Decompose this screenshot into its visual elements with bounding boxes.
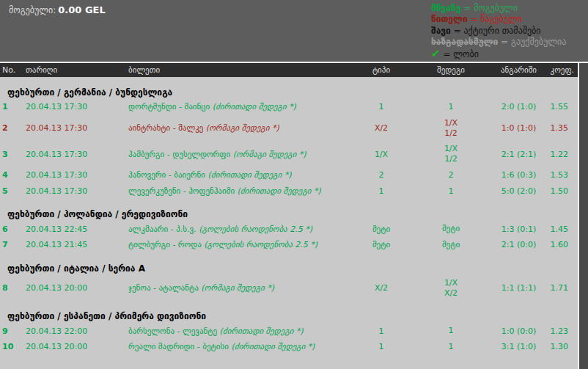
betting-history-page: მოგებული:0.00 GEL მწვანე = მოგებული წითე… [0, 0, 588, 369]
legend-row: შავი = აქტიური თამაშები [431, 26, 566, 37]
legend-row: ✔ = ლობი [431, 48, 566, 60]
cell-ticket: რეალი მადრიდი - ბეტისი (ძირითადი შედეგი … [128, 342, 348, 351]
cell-ticket: ჯენოა - ატალანტა (ორმაგი შედეგი *) [128, 283, 348, 293]
cell-type: მეტი [348, 240, 414, 249]
cell-result: 1/XX/2 [414, 278, 488, 299]
won-amount: 0.00 GEL [58, 4, 105, 15]
cell-no: 2 [0, 123, 26, 133]
cell-score: 2:1 (2:1) [488, 150, 550, 159]
cell-ticket: ჰანოვერი - ბაიერნი (ძირითადი შედეგი *) [128, 170, 348, 180]
table-row: 1 20.04.13 17:30 დორტმუნდი - მაინცი (ძირ… [0, 99, 578, 115]
col-header-ticket: ბილეთი [128, 65, 348, 75]
table-row: 6 20.04.13 22:45 ალკმაარი - პ.ს.ვ. (გოლე… [0, 221, 578, 237]
league-section: ფეხბურთი / ესპანეთი / პრიმერა დივიზიონი … [0, 301, 578, 355]
cell-date: 20.04.13 21:45 [26, 240, 128, 249]
section-title: ფეხბურთი / ესპანეთი / პრიმერა დივიზიონი [0, 301, 578, 323]
legend: მწვანე = მოგებული წითელი = წაგებული შავი… [431, 3, 566, 60]
cell-no: 7 [0, 240, 26, 249]
cell-score: 2:1 (0:0) [488, 240, 550, 249]
legend-row: მწვანე = მოგებული [431, 3, 566, 14]
cell-no: 4 [0, 170, 26, 180]
table-row: 7 20.04.13 21:45 ტილბურგი - როდა (გოლები… [0, 237, 578, 253]
cell-type: მეტი [348, 224, 414, 234]
cell-ticket: ლევერკუზენი - ჰოფენჰაიმი (ძირითადი შედეგ… [128, 186, 348, 196]
cell-date: 20.04.13 17:30 [26, 186, 128, 196]
cell-ticket: ტილბურგი - როდა (გოლების რაოდენობა 2.5 *… [128, 240, 348, 249]
cell-coef: 1.55 [550, 102, 578, 112]
cell-score: 2:0 (1:0) [488, 102, 550, 112]
cell-no: 10 [0, 342, 26, 351]
cell-no: 8 [0, 283, 26, 293]
cell-type: 1 [348, 342, 414, 351]
top-bar: მოგებული:0.00 GEL მწვანე = მოგებული წითე… [0, 0, 588, 62]
league-section: ფეხბურთი / ჰოლანდია / ერედივიზიონი 6 20.… [0, 199, 578, 253]
won-label: მოგებული: [9, 5, 56, 15]
cell-date: 20.04.13 17:30 [26, 123, 128, 133]
cell-no: 1 [0, 102, 26, 112]
cell-result: 1 [414, 102, 488, 112]
cell-type: 2 [348, 170, 414, 180]
section-title: ფეხბურთი / გერმანია / ბუნდესლიგა [0, 77, 578, 99]
league-section: ფეხბურთი / გერმანია / ბუნდესლიგა 1 20.04… [0, 77, 578, 199]
cell-coef: 1.23 [550, 326, 578, 336]
bets-table: No. თარიღი ბილეთი ტიპი შედეგი ანგარიში კ… [0, 63, 579, 369]
cell-type: 1 [348, 186, 414, 196]
cell-score: 1:0 (1:0) [488, 123, 550, 133]
cell-score: 3:1 (1:0) [488, 342, 550, 351]
cell-date: 20.04.13 17:30 [26, 102, 128, 112]
league-section: ფეხბურთი / იტალია / სერია A 8 20.04.13 2… [0, 253, 578, 302]
table-body: ფეხბურთი / გერმანია / ბუნდესლიგა 1 20.04… [0, 77, 578, 369]
cell-no: 3 [0, 150, 26, 159]
cell-no: 9 [0, 326, 26, 336]
cell-date: 20.04.13 17:30 [26, 170, 128, 180]
col-header-coef: კოეფ. [550, 65, 578, 75]
cell-result: 1 [414, 186, 488, 197]
cell-ticket: დორტმუნდი - მაინცი (ძირითადი შედეგი *) [128, 102, 348, 112]
cell-result: 1 [414, 342, 488, 352]
table-row: 10 20.04.13 20:00 რეალი მადრიდი - ბეტისი… [0, 339, 578, 355]
cell-coef: 1.22 [550, 150, 578, 159]
col-header-type: ტიპი [348, 65, 414, 75]
col-header-date: თარიღი [26, 65, 128, 75]
cell-score: 1:3 (0:1) [488, 224, 550, 234]
cell-result: მეტი [414, 240, 488, 250]
cell-result: 1/X1/2 [414, 118, 488, 139]
cell-ticket: ჰამბურგი - დუსელდორფი (ორმაგი შედეგი *) [128, 150, 348, 159]
col-header-result: შედეგი [414, 65, 488, 76]
cell-result: 1/X1/2 [414, 144, 488, 164]
cell-type: 1/X [348, 150, 414, 159]
cell-type: X/2 [348, 123, 414, 133]
cell-coef: 1.71 [550, 283, 578, 293]
table-row: 8 20.04.13 20:00 ჯენოა - ატალანტა (ორმაგ… [0, 275, 578, 302]
cell-result: მეტი [414, 224, 488, 234]
cell-no: 6 [0, 224, 26, 234]
won-summary: მოგებული:0.00 GEL [9, 4, 106, 15]
cell-date: 20.04.13 20:00 [26, 283, 128, 293]
section-title: ფეხბურთი / იტალია / სერია A [0, 253, 578, 275]
legend-row: წითელი = წაგებული [431, 14, 566, 25]
cell-score: 5:0 (2:0) [488, 186, 550, 196]
cell-coef: 1.35 [550, 123, 578, 133]
cell-score: 1:6 (0:3) [488, 170, 550, 180]
cell-type: 1 [348, 102, 414, 112]
cell-result: 1 [414, 326, 488, 336]
cell-score: 1:0 (0:0) [488, 326, 550, 336]
cell-date: 20.04.13 22:00 [26, 326, 128, 336]
content: No. თარიღი ბილეთი ტიპი შედეგი ანგარიში კ… [0, 63, 588, 369]
cell-ticket: აინტრახტი - შალკე (ორმაგი შედეგი *) [128, 123, 348, 133]
table-row: 9 20.04.13 22:00 ბარსელონა - ლევანტე (ძი… [0, 323, 578, 339]
col-header-score: ანგარიში [488, 65, 550, 75]
table-row: 3 20.04.13 17:30 ჰამბურგი - დუსელდორფი (… [0, 141, 578, 167]
cell-type: X/2 [348, 283, 414, 293]
cell-date: 20.04.13 20:00 [26, 342, 128, 351]
table-row: 5 20.04.13 17:30 ლევერკუზენი - ჰოფენჰაიმ… [0, 183, 578, 200]
section-title: ფეხბურთი / ჰოლანდია / ერედივიზიონი [0, 199, 578, 221]
cell-coef: 1.53 [550, 170, 578, 180]
col-header-no: No. [0, 65, 26, 75]
cell-no: 5 [0, 186, 26, 196]
cell-ticket: ბარსელონა - ლევანტე (ძირითადი შედეგი *) [128, 326, 348, 336]
table-row: 2 20.04.13 17:30 აინტრახტი - შალკე (ორმა… [0, 115, 578, 142]
right-strip [579, 63, 588, 369]
cell-result: 2 [414, 170, 488, 180]
check-icon: ✔ [431, 47, 441, 60]
